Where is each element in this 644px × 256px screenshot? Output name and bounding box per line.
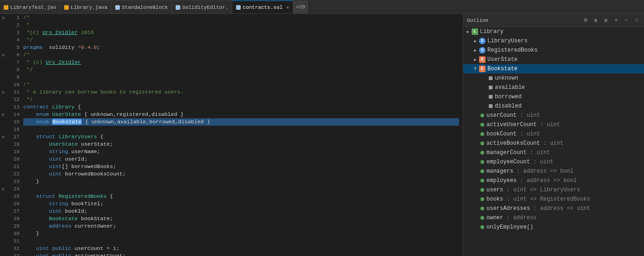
java-icon bbox=[4, 5, 8, 10]
tree-item-books[interactable]: books : uint => RegisteredBooks bbox=[463, 195, 644, 204]
tab-librarytest[interactable]: LibraryTest.jav bbox=[0, 0, 60, 13]
tab-label: SolidityEditor. bbox=[182, 5, 228, 10]
tree-item-activebookscount[interactable]: activeBooksCount : uint bbox=[463, 139, 644, 148]
tree-item-owner[interactable]: owner : address bbox=[463, 213, 644, 222]
editor-content[interactable]: ⊟ ⊟ ⊟ ⊟ ⊟ bbox=[0, 14, 463, 256]
code-line-26: string bookTitel; bbox=[23, 200, 459, 208]
tree-arrow-unknown bbox=[481, 75, 486, 81]
line-numbers: 1 2 3 4 5 6 7 8 9 10 11 12 13 14 15 16 1… bbox=[7, 14, 23, 256]
tree-item-disabled[interactable]: disabled bbox=[463, 101, 644, 111]
tree-arrow-bookstate: ▼ bbox=[473, 66, 478, 72]
tree-icon-employeecount bbox=[480, 160, 484, 164]
code-line-33: uint public activeUserCount; bbox=[23, 252, 459, 256]
tree-item-bookstate[interactable]: ▼ E Bookstate bbox=[463, 64, 644, 74]
tab-close-icon[interactable]: ✕ bbox=[286, 5, 289, 10]
tree-item-available[interactable]: available bbox=[463, 83, 644, 92]
outline-minimize-btn[interactable]: ─ bbox=[623, 17, 630, 24]
code-line-25: struct RegisteredBooks { bbox=[23, 193, 459, 200]
tree-label-managercount: managerCount : uint bbox=[486, 149, 550, 156]
tree-label-bookstate: Bookstate bbox=[487, 66, 518, 72]
tree-arrow-managers bbox=[473, 168, 478, 174]
tree-icon-registeredbooks: S bbox=[479, 47, 486, 54]
tree-arrow-owner bbox=[473, 215, 478, 221]
tree-icon-unknown bbox=[489, 76, 493, 80]
outline-sort-btn[interactable]: ≣ bbox=[592, 17, 599, 24]
tab-label: StandaloneBlock bbox=[122, 5, 168, 10]
outline-menu-btn[interactable]: ▽ bbox=[612, 17, 620, 24]
tab-library-java[interactable]: Library.java bbox=[60, 0, 112, 13]
tree-item-employeecount[interactable]: employeeCount : uint bbox=[463, 157, 644, 167]
tree-arrow-activebookscount bbox=[473, 141, 478, 146]
outline-filter-btn[interactable]: ⊞ bbox=[602, 17, 610, 24]
tree-arrow-bookcount bbox=[473, 131, 478, 137]
code-line-27: uint bookId; bbox=[23, 208, 459, 215]
tree-item-bookcount[interactable]: bookCount : uint bbox=[463, 129, 644, 139]
tree-label-books: books : uint => RegisteredBooks bbox=[486, 196, 590, 202]
tree-arrow-managercount bbox=[473, 150, 478, 155]
code-line-2: * bbox=[23, 21, 459, 29]
code-line-14: enum UserState { unknown,registered,disa… bbox=[23, 111, 459, 118]
outline-collapse-btn[interactable]: ⧉ bbox=[582, 17, 589, 24]
tree-arrow-available bbox=[481, 85, 486, 90]
code-line-1: /* bbox=[23, 14, 459, 21]
tree-arrow-books bbox=[473, 196, 478, 202]
tree-label-library: Library bbox=[480, 28, 503, 35]
tree-label-employees: employees : address => bool bbox=[486, 177, 577, 184]
tree-item-userstate[interactable]: ▶ E UserState bbox=[463, 55, 644, 64]
tree-label-managers: managers : address => bool bbox=[486, 168, 573, 175]
code-line-20: uint userId; bbox=[23, 155, 459, 163]
tree-icon-libraryusers: S bbox=[479, 38, 486, 44]
tree-item-employees[interactable]: employees : address => bool bbox=[463, 176, 644, 185]
outline-maximize-btn[interactable]: □ bbox=[633, 17, 640, 24]
tab-contracts-sol[interactable]: contracts.sol ✕ bbox=[232, 0, 293, 13]
tree-item-onlyemployee[interactable]: onlyEmployee() bbox=[463, 222, 644, 232]
tree-icon-usercount bbox=[480, 114, 484, 117]
outline-header: Outline ⧉ ≣ ⊞ ▽ ─ □ bbox=[463, 14, 644, 27]
code-line-12: */ bbox=[23, 96, 459, 103]
tree-icon-activeusercount bbox=[480, 123, 484, 127]
tree-label-available: available bbox=[495, 84, 525, 91]
tree-icon-employees bbox=[480, 179, 484, 182]
tree-item-registeredbooks[interactable]: ▶ S RegisteredBooks bbox=[463, 46, 644, 55]
tree-arrow-activeusercount bbox=[473, 122, 478, 128]
tree-item-usersadresses[interactable]: usersAdresses : address => uint bbox=[463, 204, 644, 213]
tab-solidityeditor[interactable]: SolidityEditor. bbox=[172, 0, 232, 13]
sol-icon bbox=[236, 5, 241, 10]
code-line-3: *(c) Urs Zeidler 2016 bbox=[23, 29, 459, 36]
tree-item-activeusercount[interactable]: activeUserCount : uint bbox=[463, 120, 644, 129]
tree-arrow-employeecount bbox=[473, 159, 478, 165]
tree-icon-books bbox=[480, 197, 484, 201]
tree-label-libraryusers: LibraryUsers bbox=[487, 38, 527, 44]
tree-arrow-disabled bbox=[481, 103, 486, 109]
tree-item-managercount[interactable]: managerCount : uint bbox=[463, 148, 644, 157]
tab-standaloneblock[interactable]: StandaloneBlock bbox=[112, 0, 172, 13]
code-line-16 bbox=[23, 126, 459, 133]
tree-item-managers[interactable]: managers : address => bool bbox=[463, 167, 644, 176]
tree-item-borrowed[interactable]: borrowed bbox=[463, 92, 644, 101]
tree-arrow-employees bbox=[473, 178, 478, 183]
tree-item-usercount[interactable]: userCount : uint bbox=[463, 111, 644, 120]
tree-arrow-userstate: ▶ bbox=[473, 57, 478, 62]
tree-arrow-users bbox=[473, 187, 478, 193]
tree-icon-borrowed bbox=[489, 95, 493, 99]
tab-label: contracts.sol bbox=[243, 5, 283, 10]
tab-overflow[interactable]: »20 bbox=[293, 0, 308, 13]
tree-label-onlyemployee: onlyEmployee() bbox=[486, 224, 533, 230]
tree-item-unknown[interactable]: unknown bbox=[463, 74, 644, 83]
tree-item-users[interactable]: users : uint => LibraryUsers bbox=[463, 185, 644, 195]
tree-icon-disabled bbox=[489, 104, 493, 108]
tree-item-library[interactable]: ▶ L Library bbox=[463, 27, 644, 36]
code-line-9 bbox=[23, 74, 459, 81]
tree-arrow-usercount bbox=[473, 113, 478, 118]
code-area: /* * *(c) Urs Zeidler 2016 */ pragma sol… bbox=[23, 14, 463, 256]
code-line-13: contract Library { bbox=[23, 103, 459, 111]
tree-arrow-libraryusers: ▶ bbox=[473, 38, 478, 44]
code-line-17: struct LibraryUsers { bbox=[23, 133, 459, 141]
tree-item-libraryusers[interactable]: ▶ S LibraryUsers bbox=[463, 36, 644, 46]
tree-icon-activebookscount bbox=[480, 141, 484, 145]
tree-icon-userstate: E bbox=[479, 56, 486, 63]
code-line-31 bbox=[23, 237, 459, 245]
tree-label-owner: owner : address bbox=[486, 215, 537, 221]
tree-label-employeecount: employeeCount : uint bbox=[486, 159, 553, 165]
outline-body: ▶ L Library ▶ S LibraryUsers ▶ S Registe… bbox=[463, 27, 644, 256]
